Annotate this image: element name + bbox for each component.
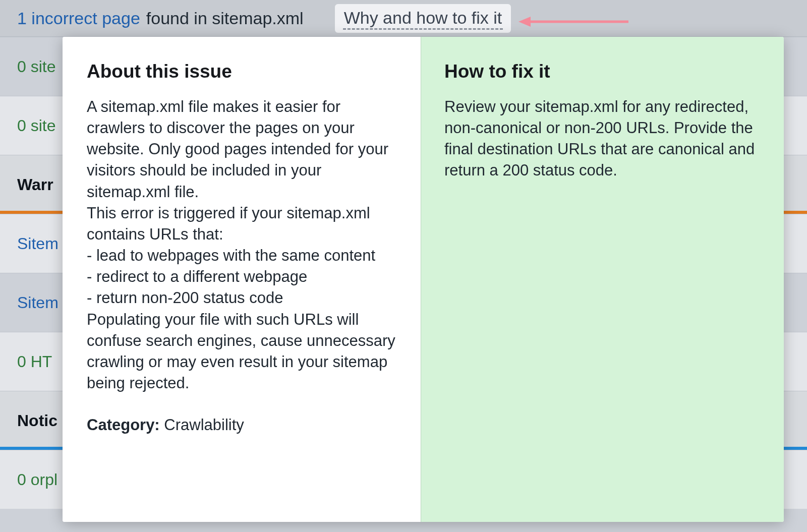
fix-title: How to fix it [444,61,763,82]
issue-category: Category: Crawlability [87,416,399,434]
about-this-issue-panel: About this issue A sitemap.xml file make… [63,37,421,522]
how-to-fix-panel: How to fix it Review your sitemap.xml fo… [421,37,784,522]
fix-body-text: Review your sitemap.xml for any redirect… [444,96,763,182]
issue-header-suffix: found in sitemap.xml [146,9,304,28]
issue-header-row: 1 incorrect page found in sitemap.xml Wh… [0,0,807,37]
about-title: About this issue [87,61,399,82]
category-label: Category: [87,416,160,434]
category-value: Crawlability [164,416,244,434]
issue-detail-tooltip: About this issue A sitemap.xml file make… [63,37,784,522]
incorrect-pages-link[interactable]: 1 incorrect page [17,9,140,28]
about-body-text: A sitemap.xml file makes it easier for c… [87,96,399,394]
why-and-how-link[interactable]: Why and how to fix it [335,4,511,33]
